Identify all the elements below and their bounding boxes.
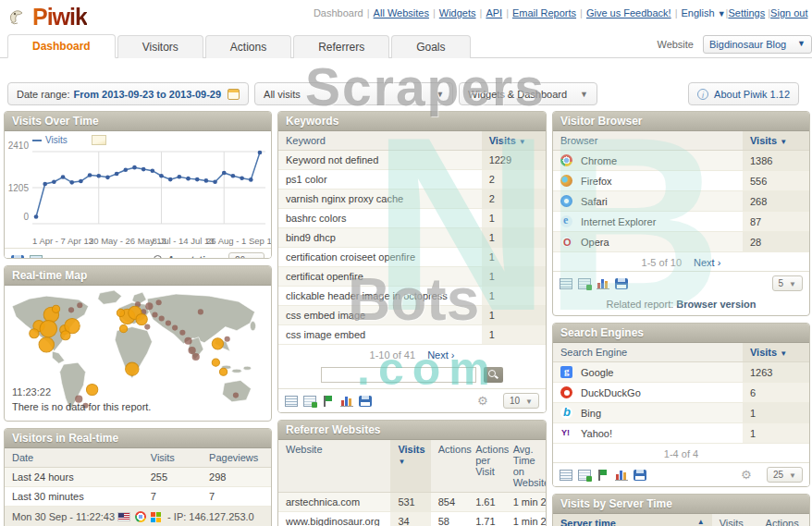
tab-actions[interactable]: Actions: [205, 35, 291, 58]
col-header-website[interactable]: Website: [278, 440, 390, 493]
table-row[interactable]: Opera28: [553, 232, 809, 252]
tab-referrers[interactable]: Referrers: [293, 35, 389, 58]
table-row[interactable]: css embed image1: [278, 306, 546, 325]
bar-chart-icon[interactable]: [340, 396, 353, 407]
table-row[interactable]: varnish nginx proxy cache2: [278, 190, 546, 209]
table-row[interactable]: certification croiseet openfire1: [278, 248, 546, 267]
export-icon[interactable]: [359, 396, 372, 407]
table-row[interactable]: www.bigdinosaur.org34581.711 min 22s: [278, 512, 546, 526]
rows-per-page-select[interactable]: 25▼: [767, 467, 803, 483]
col-header-browser[interactable]: Browser: [553, 131, 743, 151]
nav-email-reports[interactable]: Email Reports: [512, 7, 576, 18]
col-header-visits-sorted[interactable]: Visits ▼: [390, 440, 430, 493]
date-range-picker[interactable]: Date range:From 2013-09-23 to 2013-09-29: [7, 82, 249, 105]
widget-header-search-engines[interactable]: Search Engines: [553, 324, 809, 343]
table-row[interactable]: DuckDuckGo6: [553, 383, 809, 403]
search-input[interactable]: [321, 367, 476, 383]
col-header-keyword[interactable]: Keyword: [278, 131, 482, 151]
table-row[interactable]: certificat openfire1: [278, 267, 546, 287]
widget-header-visits-over-time[interactable]: Visits Over Time: [5, 112, 271, 131]
image-export-icon[interactable]: [30, 255, 43, 260]
bar-chart-icon[interactable]: [597, 278, 609, 289]
rows-per-page-select[interactable]: 5▼: [772, 275, 803, 291]
widget-header-server-time[interactable]: Visits by Server Time: [553, 495, 809, 514]
widget-header-keywords[interactable]: Keywords: [278, 112, 546, 131]
tab-dashboard[interactable]: Dashboard: [7, 34, 116, 58]
table-row[interactable]: Firefox556: [553, 171, 809, 191]
dashboard-grid: Visits Over Time Visits 2410 1205 0: [0, 111, 812, 526]
export-icon[interactable]: [615, 278, 628, 289]
related-report-link[interactable]: Browser version: [676, 299, 756, 310]
widget-header-referrer-websites[interactable]: Referrer Websites: [278, 421, 546, 440]
table-row[interactable]: Keyword not defined1229: [278, 151, 546, 170]
export-icon[interactable]: [11, 255, 24, 260]
col-header-visits[interactable]: Visits: [712, 514, 758, 526]
table-row[interactable]: Google1263: [553, 362, 809, 383]
chart-rows-select[interactable]: 26▼: [228, 252, 265, 259]
table-row[interactable]: clickable header image in octopress1: [278, 287, 546, 306]
table-row[interactable]: Bing1: [553, 403, 809, 423]
export-icon[interactable]: [634, 470, 646, 481]
gear-icon[interactable]: ⚙: [741, 470, 754, 481]
settings-link[interactable]: Settings: [728, 7, 765, 18]
table-row[interactable]: Last 24 hours 255 298: [5, 468, 271, 487]
search-icon[interactable]: [484, 367, 503, 383]
table-row[interactable]: Chrome1386: [553, 151, 809, 171]
flag-icon[interactable]: [322, 396, 335, 407]
annotation-pin-icon[interactable]: [153, 255, 162, 260]
col-header-visits-sorted[interactable]: Visits ▼: [743, 343, 809, 362]
tab-goals[interactable]: Goals: [391, 35, 470, 58]
nav-api[interactable]: API: [486, 7, 502, 18]
sparkline-icon[interactable]: [92, 135, 106, 145]
next-page-link[interactable]: Next ›: [427, 349, 454, 361]
widget-header-visitor-browser[interactable]: Visitor Browser: [553, 112, 809, 131]
widget-header-visitors-realtime[interactable]: Visitors in Real-time: [5, 429, 271, 448]
signout-link[interactable]: Sign out: [770, 7, 807, 18]
col-header-visits-sorted[interactable]: Visits ▼: [482, 131, 546, 151]
world-map[interactable]: 11:23:22 There is no data for this repor…: [5, 286, 271, 422]
col-header-visits-sorted[interactable]: Visits ▼: [743, 131, 809, 151]
col-header-avg-time[interactable]: Avg. Time on Website: [506, 440, 546, 493]
table-row[interactable]: bind9 dhcp1: [278, 228, 546, 248]
visits-chart[interactable]: Visits 2410 1205 0: [5, 131, 271, 235]
gear-icon[interactable]: ⚙: [477, 396, 490, 407]
widget-header-realtime-map[interactable]: Real-time Map: [5, 266, 271, 286]
website-select[interactable]: Bigdinosaur Blog▼: [703, 35, 812, 54]
table-row[interactable]: ps1 color2: [278, 170, 546, 190]
rows-per-page-select[interactable]: 10▼: [503, 393, 539, 409]
table-row[interactable]: Internet Explorer87: [553, 212, 809, 232]
bar-chart-icon[interactable]: [615, 470, 628, 481]
table-view-icon[interactable]: [560, 470, 572, 481]
col-header-server-time-sorted[interactable]: Server time ▲: [553, 514, 712, 526]
table-row[interactable]: Yahoo!1: [553, 423, 809, 444]
nav-widgets[interactable]: Widgets: [439, 7, 476, 18]
line-chart[interactable]: [32, 147, 265, 228]
visitor-log-row[interactable]: Mon 30 Sep - 11:22:43 - IP: 146.127.253.…: [5, 507, 271, 526]
col-header-actions-per-visit[interactable]: Actions per Visit: [468, 440, 505, 493]
table-row[interactable]: Safari268: [553, 191, 809, 212]
keywords-search: [278, 363, 546, 388]
segment-selector[interactable]: All visits▼: [254, 82, 453, 105]
piwik-logo[interactable]: Piwik: [7, 4, 87, 31]
widgets-dashboard-menu[interactable]: Widgets & Dashboard▼: [459, 82, 597, 105]
table-more-icon[interactable]: [578, 278, 591, 289]
table-row[interactable]: Last 30 minutes 7 7: [5, 487, 271, 507]
nav-language[interactable]: English ▼: [682, 7, 726, 18]
col-header-actions[interactable]: Actions: [431, 440, 468, 493]
annotations-link[interactable]: Annotations: [167, 255, 221, 259]
table-more-icon[interactable]: [578, 470, 591, 481]
table-row[interactable]: bashrc colors1: [278, 209, 546, 228]
nav-all-websites[interactable]: All Websites: [374, 7, 429, 18]
table-row[interactable]: arstechnica.com5318541.611 min 23s: [278, 493, 546, 512]
nav-feedback[interactable]: Give us Feedback!: [586, 7, 671, 18]
table-more-icon[interactable]: [303, 396, 316, 407]
table-row[interactable]: css image embed1: [278, 325, 546, 345]
next-page-link[interactable]: Next ›: [694, 257, 720, 268]
tab-visitors[interactable]: Visitors: [117, 35, 203, 58]
table-view-icon[interactable]: [285, 396, 298, 407]
col-header-search-engine[interactable]: Search Engine: [553, 343, 743, 362]
table-view-icon[interactable]: [560, 278, 572, 289]
about-piwik-button[interactable]: i About Piwik 1.12: [688, 82, 799, 105]
col-header-actions[interactable]: Actions: [758, 514, 809, 526]
flag-icon[interactable]: [597, 470, 609, 481]
